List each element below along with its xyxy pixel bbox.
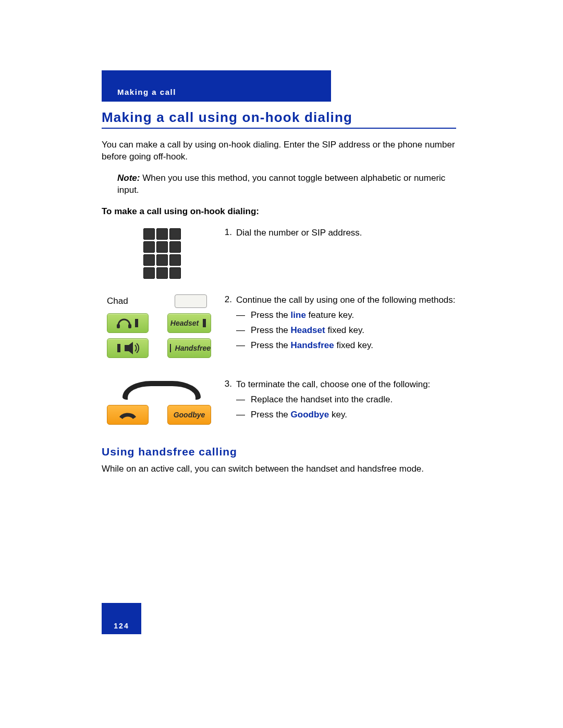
step-3-number: 3. — [216, 379, 236, 430]
keypad-icon — [143, 228, 216, 279]
page-number: 124 — [114, 622, 129, 630]
headset-key-label: Headset — [167, 313, 211, 333]
step-2-graphic: Chad Headset — [102, 294, 216, 363]
step-3-graphic: Goodbye — [102, 379, 216, 430]
page-title: Making a call using on-hook dialing — [102, 109, 456, 129]
line-keyword: line — [291, 310, 306, 320]
step-1-text: Dial the number or SIP address. — [236, 227, 456, 279]
handsfree-key-label: Handsfree — [167, 338, 211, 358]
svg-rect-0 — [117, 324, 120, 328]
handsfree-key-icon — [107, 338, 149, 358]
goodbye-keyword: Goodbye — [291, 410, 329, 419]
step-2-item-a: — Press the line feature key. — [236, 310, 456, 322]
dash-icon: — — [236, 310, 251, 322]
footer-bar: 124 — [102, 603, 141, 634]
note-text: When you use this method, you cannot tog… — [117, 173, 445, 195]
step-2-body: Continue the call by using one of the fo… — [236, 294, 456, 363]
note-paragraph: Note: When you use this method, you cann… — [117, 172, 456, 196]
headset-keyword: Headset — [291, 325, 325, 335]
line-key-label: Chad — [107, 296, 149, 306]
step-2-item-b: — Press the Headset fixed key. — [236, 325, 456, 337]
step-1-number: 1. — [216, 227, 236, 279]
svg-rect-1 — [128, 324, 131, 328]
goodbye-key-icon — [107, 405, 149, 425]
page: Making a call Making a call using on-hoo… — [0, 0, 563, 728]
step-3-body: To terminate the call, choose one of the… — [236, 379, 456, 430]
header-section-label: Making a call — [117, 88, 176, 96]
step-2: Chad Headset — [102, 294, 456, 363]
step-3-text: To terminate the call, choose one of the… — [236, 379, 456, 391]
procedure-heading: To make a call using on-hook dialing: — [102, 206, 456, 218]
steps-list: 1. Dial the number or SIP address. Chad — [102, 227, 456, 430]
content: Making a call using on-hook dialing You … — [102, 109, 456, 475]
handset-icon — [123, 381, 201, 400]
dash-icon: — — [236, 340, 251, 352]
headset-key-icon — [107, 313, 149, 333]
line-feature-key-icon — [175, 294, 207, 308]
subheading: Using handsfree calling — [102, 446, 456, 458]
dash-icon: — — [236, 325, 251, 337]
step-3-item-a: — Replace the handset into the cradle. — [236, 394, 456, 406]
step-3: Goodbye 3. To terminate the call, choose… — [102, 379, 456, 430]
dash-icon: — — [236, 394, 251, 406]
step-2-text: Continue the call by using one of the fo… — [236, 294, 456, 306]
header-bar: Making a call — [102, 70, 331, 102]
intro-paragraph: You can make a call by using on-hook dia… — [102, 139, 456, 163]
goodbye-key-label: Goodbye — [167, 405, 211, 425]
dash-icon: — — [236, 409, 251, 421]
handsfree-keyword: Handsfree — [291, 340, 334, 350]
step-1: 1. Dial the number or SIP address. — [102, 227, 456, 279]
step-2-item-c: — Press the Handsfree fixed key. — [236, 340, 456, 352]
step-3-item-b: — Press the Goodbye key. — [236, 409, 456, 421]
subheading-paragraph: While on an active call, you can switch … — [102, 463, 456, 475]
step-1-graphic — [102, 227, 216, 279]
step-2-number: 2. — [216, 294, 236, 363]
note-lead: Note: — [117, 173, 140, 183]
